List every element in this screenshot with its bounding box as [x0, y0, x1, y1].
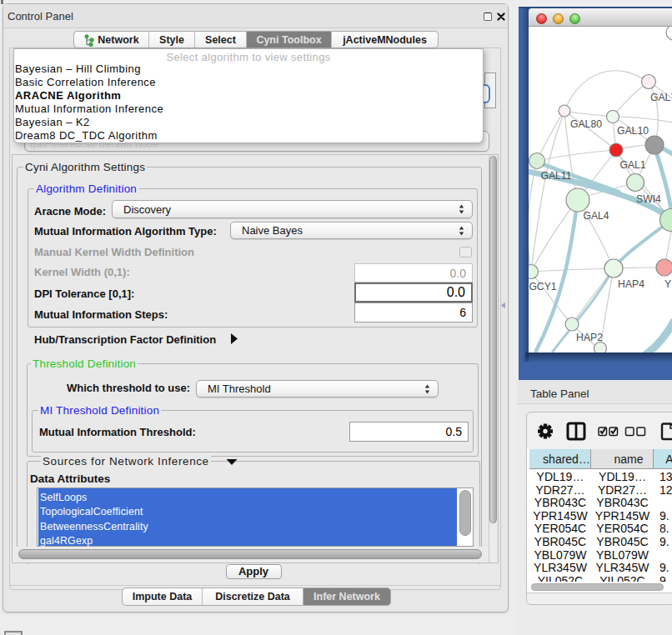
svg-text:Y: Y: [664, 278, 671, 290]
svg-text:HAP2: HAP2: [576, 332, 603, 343]
svg-text:GAL7: GAL7: [650, 92, 672, 103]
svg-text:GAL10: GAL10: [617, 125, 649, 137]
svg-text:SWI4: SWI4: [636, 193, 661, 205]
svg-text:GCY1: GCY1: [529, 281, 556, 292]
svg-text:GAL80: GAL80: [570, 118, 602, 130]
svg-text:GAL11: GAL11: [540, 170, 571, 182]
svg-text:GAL4: GAL4: [583, 210, 609, 222]
svg-text:GAL1: GAL1: [619, 159, 645, 171]
svg-text:HAP4: HAP4: [618, 278, 644, 290]
